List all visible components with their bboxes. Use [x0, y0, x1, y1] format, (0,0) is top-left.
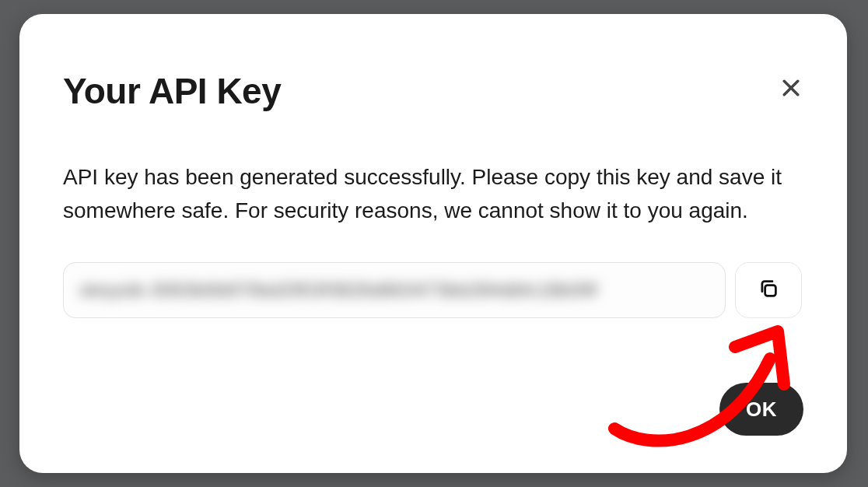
- ok-button[interactable]: OK: [719, 383, 803, 436]
- api-key-modal: Your API Key API key has been generated …: [19, 14, 847, 473]
- modal-body: Your API Key API key has been generated …: [19, 14, 847, 473]
- close-icon: [779, 76, 803, 102]
- modal-title: Your API Key: [63, 70, 803, 112]
- svg-rect-2: [765, 286, 776, 296]
- copy-button[interactable]: [735, 262, 802, 318]
- close-button[interactable]: [775, 73, 807, 104]
- api-key-field[interactable]: xkeysib-3063b0b870bd2953f3826d663473bb28…: [63, 262, 726, 318]
- api-key-value: xkeysib-3063b0b870bd2953f3826d663473bb28…: [79, 279, 597, 301]
- api-key-row: xkeysib-3063b0b870bd2953f3826d663473bb28…: [63, 262, 803, 318]
- modal-description: API key has been generated successfully.…: [63, 160, 803, 228]
- copy-icon: [757, 277, 780, 303]
